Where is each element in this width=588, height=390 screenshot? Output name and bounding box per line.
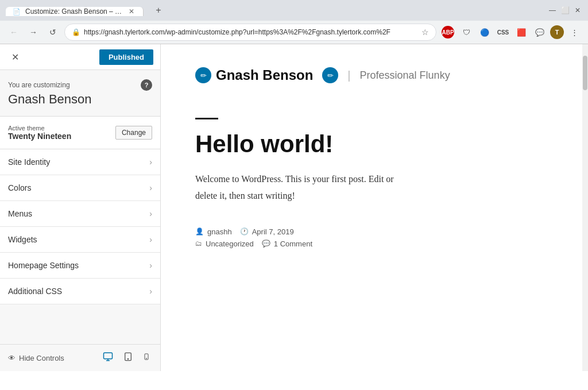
- site-title-group: ✏ Gnash Benson: [195, 67, 313, 83]
- author-icon: 👤: [195, 227, 204, 235]
- post-title: Hello world!: [195, 131, 554, 157]
- svg-point-2: [127, 358, 128, 359]
- back-button[interactable]: ←: [6, 24, 22, 40]
- menu-item-widgets-label: Widgets: [8, 235, 37, 244]
- site-header: ✏ Gnash Benson ✏ | Professional Flunky: [195, 67, 554, 83]
- active-theme-name: Twenty Nineteen: [8, 132, 71, 141]
- menu-item-homepage-settings-label: Homepage Settings: [8, 261, 79, 270]
- close-button[interactable]: ✕: [573, 6, 582, 15]
- sidebar-footer: 👁 Hide Controls: [0, 344, 160, 371]
- scrollbar-thumb: [583, 56, 587, 90]
- new-tab-button[interactable]: +: [150, 2, 167, 18]
- title-bar: 📄 Customize: Gnash Benson – Prof… ✕ + — …: [0, 0, 588, 21]
- menu-item-site-identity[interactable]: Site Identity ›: [0, 149, 160, 175]
- css-icon[interactable]: CSS: [495, 24, 511, 40]
- desktop-view-button[interactable]: [100, 350, 115, 365]
- chevron-icon: ›: [149, 235, 152, 244]
- browser-chrome: 📄 Customize: Gnash Benson – Prof… ✕ + — …: [0, 0, 588, 44]
- sidebar: ✕ Published You are customizing ? Gnash …: [0, 44, 161, 371]
- site-separator: |: [347, 69, 350, 82]
- active-tab[interactable]: 📄 Customize: Gnash Benson – Prof… ✕: [6, 7, 144, 16]
- tab-close-icon[interactable]: ✕: [127, 7, 136, 16]
- chevron-icon: ›: [149, 183, 152, 192]
- preview-scrollbar[interactable]: [582, 44, 588, 371]
- url-text: https://gnash.tylertork.com/wp-admin/cus…: [84, 28, 418, 36]
- meta-category-row: 🗂 Uncategorized 💬 1 Comment: [195, 240, 554, 248]
- help-button[interactable]: ?: [141, 79, 152, 91]
- chevron-icon: ›: [149, 209, 152, 218]
- menu-item-additional-css[interactable]: Additional CSS ›: [0, 279, 160, 304]
- forward-button[interactable]: →: [25, 24, 41, 40]
- customizing-label: You are customizing ?: [8, 79, 152, 91]
- customizing-section: You are customizing ? Gnash Benson: [0, 70, 160, 117]
- abp-icon[interactable]: ABP: [440, 24, 456, 40]
- chevron-icon: ›: [149, 287, 152, 296]
- preview-content: ✏ Gnash Benson ✏ | Professional Flunky H…: [161, 44, 588, 271]
- post-date: April 7, 2019: [252, 227, 294, 236]
- window-controls: — ⬜ ✕: [548, 6, 582, 15]
- post-comments: 1 Comment: [274, 240, 312, 248]
- site-tagline: Professional Flunky: [360, 69, 450, 82]
- extension-icon-2[interactable]: 🔵: [477, 24, 493, 40]
- post-content: Welcome to WordPress. This is your first…: [195, 171, 554, 204]
- customizing-site-name: Gnash Benson: [8, 92, 152, 107]
- extension-icon-3[interactable]: 🟥: [513, 24, 529, 40]
- chevron-icon: ›: [149, 261, 152, 270]
- bookmark-icon[interactable]: ☆: [421, 28, 429, 37]
- active-theme-section: Active theme Twenty Nineteen Change: [0, 117, 160, 149]
- post-category: Uncategorized: [206, 240, 254, 248]
- hide-controls-button[interactable]: 👁 Hide Controls: [8, 354, 64, 362]
- category-icon: 🗂: [195, 240, 202, 248]
- toolbar-icons: ABP 🛡 🔵 CSS 🟥 💬 T ⋮: [440, 24, 582, 40]
- comments-icon: 💬: [262, 240, 270, 248]
- minimize-button[interactable]: —: [548, 6, 557, 15]
- menu-item-menus[interactable]: Menus ›: [0, 201, 160, 227]
- device-icons: [100, 350, 152, 365]
- menu-item-additional-css-label: Additional CSS: [8, 287, 62, 296]
- sidebar-header: ✕ Published: [0, 44, 160, 70]
- customizing-label-text: You are customizing: [8, 81, 70, 89]
- main-layout: ✕ Published You are customizing ? Gnash …: [0, 44, 588, 371]
- sidebar-close-button[interactable]: ✕: [7, 49, 23, 65]
- extension-icon-1[interactable]: 🛡: [458, 24, 474, 40]
- post-divider: [195, 118, 218, 119]
- post-content-line1: Welcome to WordPress. This is your first…: [195, 174, 394, 184]
- edit-site-title-button[interactable]: ✏: [195, 67, 211, 83]
- hide-controls-label: Hide Controls: [19, 354, 64, 362]
- eye-icon: 👁: [8, 354, 16, 362]
- tab-favicon: 📄: [13, 8, 21, 16]
- date-icon: 🕐: [240, 227, 249, 235]
- svg-rect-0: [104, 353, 113, 359]
- tablet-view-button[interactable]: [121, 350, 135, 365]
- address-bar: ← → ↺ 🔒 https://gnash.tylertork.com/wp-a…: [0, 21, 588, 44]
- menu-item-widgets[interactable]: Widgets ›: [0, 227, 160, 253]
- menu-item-homepage-settings[interactable]: Homepage Settings ›: [0, 253, 160, 279]
- menu-item-colors-label: Colors: [8, 183, 31, 192]
- user-avatar[interactable]: T: [550, 25, 564, 39]
- extension-icon-4[interactable]: 💬: [532, 24, 548, 40]
- published-button[interactable]: Published: [99, 49, 153, 65]
- meta-author-row: 👤 gnashh 🕐 April 7, 2019: [195, 227, 554, 236]
- active-theme-label: Active theme: [8, 125, 71, 132]
- sidebar-menu: Site Identity › Colors › Menus › Widgets…: [0, 149, 160, 344]
- tab-title: Customize: Gnash Benson – Prof…: [25, 7, 122, 16]
- menu-item-colors[interactable]: Colors ›: [0, 175, 160, 201]
- post-author: gnashh: [207, 227, 232, 236]
- edit-site-tagline-button[interactable]: ✏: [322, 67, 338, 83]
- url-bar[interactable]: 🔒 https://gnash.tylertork.com/wp-admin/c…: [64, 24, 436, 41]
- lock-icon: 🔒: [72, 28, 80, 36]
- active-theme-info: Active theme Twenty Nineteen: [8, 125, 71, 141]
- maximize-button[interactable]: ⬜: [560, 6, 570, 15]
- preview-area[interactable]: ✏ Gnash Benson ✏ | Professional Flunky H…: [161, 44, 588, 371]
- mobile-view-button[interactable]: [141, 350, 152, 365]
- change-theme-button[interactable]: Change: [115, 126, 152, 140]
- menu-icon[interactable]: ⋮: [566, 24, 582, 40]
- reload-button[interactable]: ↺: [45, 24, 61, 40]
- svg-point-4: [146, 358, 147, 359]
- chevron-icon: ›: [149, 157, 152, 167]
- site-title: Gnash Benson: [216, 67, 313, 83]
- post-meta: 👤 gnashh 🕐 April 7, 2019 🗂 Uncategorized…: [195, 227, 554, 248]
- post-content-line2: delete it, then start writing!: [195, 191, 295, 200]
- menu-item-menus-label: Menus: [8, 209, 32, 218]
- menu-item-site-identity-label: Site Identity: [8, 157, 50, 167]
